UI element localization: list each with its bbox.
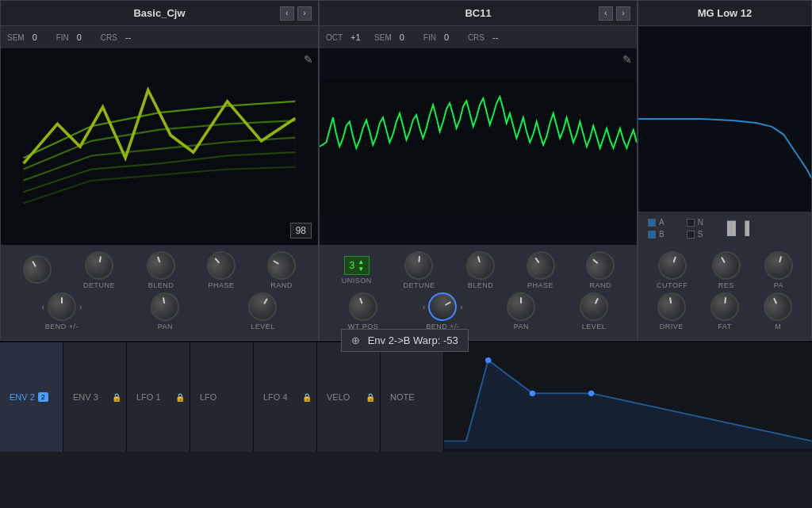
check-s-label: S <box>698 230 703 239</box>
filter-check-n: N <box>687 218 703 227</box>
filter-res-knob: RES <box>712 251 741 289</box>
filter-knobs-row1: CUTOFF RES PA <box>645 251 805 289</box>
osc2-bend-left[interactable]: ‹ <box>423 303 425 311</box>
mod-tab-env3-label: ENV 3 <box>73 392 98 402</box>
osc2-phase-label: PHASE <box>527 281 553 289</box>
osc1-pan[interactable] <box>148 290 182 323</box>
osc2-edit-icon[interactable]: ✎ <box>622 53 632 66</box>
mod-tab-env3[interactable]: ENV 3 🔒 <box>63 342 127 452</box>
waveform-svg <box>320 48 637 245</box>
filter-drive[interactable] <box>655 290 688 323</box>
filter-knobs: CUTOFF RES PA DRIVE <box>638 245 811 340</box>
osc2-knobs: 3 ▲ ▼ UNISON DETUNE <box>320 245 637 340</box>
filter-title: MG Low 12 <box>698 7 753 19</box>
graph-bars-icon[interactable]: ▐▌▐ <box>722 221 749 235</box>
osc1-knobs-row2: ‹ › BEND +/- PAN LEVEL <box>7 292 312 330</box>
fin-label: FIN <box>56 33 69 42</box>
osc1-rand-knob: RAND <box>267 251 296 289</box>
mod-tab-lfo1[interactable]: LFO 1 🔒 <box>127 342 190 452</box>
osc1-params: SEM 0 FIN 0 CRS -- <box>1 26 318 48</box>
osc2-oct: +1 <box>350 32 366 42</box>
filter-panel: MG Low 12 A B <box>638 0 812 341</box>
filter-check-b: B <box>648 230 665 239</box>
osc1-pan-label: PAN <box>158 323 173 330</box>
filter-m-knob: M <box>764 292 792 330</box>
mod-tab-lfo4[interactable]: LFO 4 🔒 <box>254 342 317 452</box>
mod-content <box>444 342 812 452</box>
check-b-box[interactable] <box>648 231 656 239</box>
osc1-knob-left[interactable] <box>17 250 56 288</box>
osc1-nav: ‹ › <box>280 6 312 21</box>
filter-m-label: M <box>775 323 781 330</box>
osc2-phase[interactable] <box>521 246 561 285</box>
osc2-rand[interactable] <box>580 246 621 286</box>
osc2-next[interactable]: › <box>616 6 630 21</box>
osc1-rand-label: RAND <box>270 281 293 289</box>
osc2-knobs-row1: 3 ▲ ▼ UNISON DETUNE <box>326 251 630 289</box>
unison-selector[interactable]: 3 ▲ ▼ <box>344 256 370 275</box>
osc1-blend-knob: BLEND <box>147 251 175 289</box>
filter-m[interactable] <box>759 288 797 326</box>
filter-cutoff-label: CUTOFF <box>657 281 688 289</box>
svg-point-8 <box>530 391 535 396</box>
osc2-detune-knob: DETUNE <box>403 251 435 289</box>
unison-arrows: ▲ ▼ <box>358 258 364 273</box>
osc2-rand-knob: RAND <box>586 251 615 289</box>
osc2-prev[interactable]: ‹ <box>599 6 613 21</box>
filter-res[interactable] <box>707 246 745 285</box>
check-n-label: N <box>698 218 703 227</box>
edit-icon[interactable]: ✎ <box>304 53 313 66</box>
filter-options-row: A B N S <box>638 212 811 245</box>
envelope-svg <box>444 342 812 452</box>
mod-tab-lfo[interactable]: LFO <box>190 342 254 452</box>
filter-display <box>638 26 811 212</box>
osc2-level[interactable] <box>575 288 613 326</box>
osc2-wtpos-knob: WT POS <box>348 292 378 330</box>
mod-tab-env2[interactable]: ENV 2 2 <box>0 342 63 452</box>
filter-fat-knob: FAT <box>710 292 739 330</box>
osc2-detune-label: DETUNE <box>403 281 435 289</box>
osc2-blend[interactable] <box>463 248 498 283</box>
check-n-box[interactable] <box>687 219 695 227</box>
osc1-next[interactable]: › <box>297 6 312 21</box>
mod-tab-velo[interactable]: VELO 🔒 <box>317 342 381 452</box>
filter-fat[interactable] <box>709 291 740 322</box>
osc2-title: BC11 <box>465 7 491 19</box>
osc1-crs: -- <box>125 32 141 42</box>
check-a-box[interactable] <box>648 219 656 227</box>
mod-row: ENV 2 2 ENV 3 🔒 LFO 1 🔒 LFO LFO 4 🔒 VELO… <box>0 341 812 452</box>
mod-tab-note[interactable]: NOTE <box>381 342 444 452</box>
osc1-knobs-top: DETUNE BLEND PHASE RAND <box>1 245 318 340</box>
filter-check-a: A <box>648 218 665 227</box>
osc2-bend-right[interactable]: › <box>460 303 462 311</box>
check-s-box[interactable] <box>687 231 695 239</box>
osc2-panel: BC11 ‹ › OCT +1 SEM 0 FIN 0 CRS -- <box>319 0 638 341</box>
filter-cutoff-knob: CUTOFF <box>657 251 688 289</box>
osc1-bend-right[interactable]: › <box>79 303 82 311</box>
osc1-bend[interactable] <box>48 292 76 321</box>
unison-label: UNISON <box>342 277 372 285</box>
svg-point-9 <box>588 391 594 396</box>
unison-value: 3 <box>350 260 355 271</box>
osc2-pan[interactable] <box>507 292 535 321</box>
osc1-rand[interactable] <box>262 246 301 285</box>
osc1-blend-label: BLEND <box>148 281 174 289</box>
osc1-blend[interactable] <box>143 247 179 284</box>
osc1-detune[interactable] <box>82 249 116 282</box>
osc1-bend-left[interactable]: ‹ <box>42 303 44 311</box>
osc1-prev[interactable]: ‹ <box>280 6 294 21</box>
wt-number[interactable]: 98 <box>290 223 312 239</box>
osc1-sem: 0 <box>33 32 48 42</box>
filter-cutoff[interactable] <box>654 247 691 284</box>
synthesizer-ui: Basic_Cjw ‹ › SEM 0 FIN 0 CRS -- <box>0 0 812 508</box>
osc2-wtpos[interactable] <box>345 288 381 325</box>
osc1-level[interactable] <box>243 287 282 326</box>
filter-pa[interactable] <box>761 248 796 283</box>
osc2-detune[interactable] <box>404 250 435 281</box>
osc1-phase[interactable] <box>201 246 242 286</box>
osc2-bend[interactable] <box>423 287 462 326</box>
osc2-header: BC11 ‹ › <box>320 1 637 26</box>
filter-res-label: RES <box>718 281 734 289</box>
osc2-phase-knob: PHASE <box>527 251 555 289</box>
filter-check-s: S <box>687 230 703 239</box>
